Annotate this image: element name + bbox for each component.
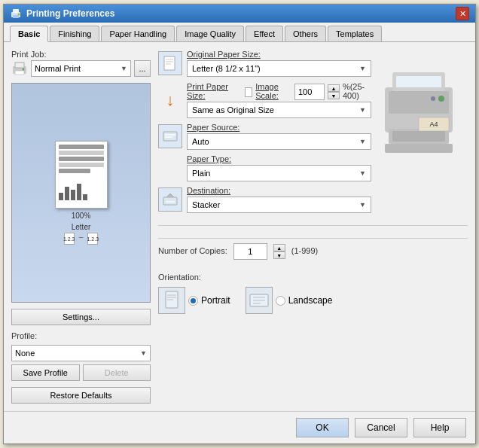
image-scale-input[interactable] — [294, 84, 325, 100]
portrait-radio[interactable] — [188, 296, 198, 306]
landscape-svg — [249, 290, 270, 311]
preview-pagination: 1.2.3 – 1.2.3 — [64, 233, 99, 245]
paper-type-row: Paper Type: Plain ▼ — [158, 154, 371, 181]
printing-preferences-window: Printing Preferences ✕ Basic Finishing P… — [3, 4, 476, 444]
svg-point-7 — [23, 69, 25, 71]
ok-button[interactable]: OK — [296, 418, 349, 437]
print-paper-select[interactable]: Same as Original Size ▼ — [187, 102, 371, 118]
landscape-option[interactable]: Landscape — [246, 287, 333, 314]
settings-button[interactable]: Settings... — [11, 309, 151, 325]
original-paper-select[interactable]: Letter (8 1/2 x 11") ▼ — [187, 60, 371, 77]
title-bar: Printing Preferences ✕ — [4, 5, 475, 23]
pag-label-1: 1.2.3 — [63, 236, 75, 242]
paper-source-select[interactable]: Auto ▼ — [187, 133, 371, 150]
destination-icon — [158, 187, 182, 212]
paper-source-value: Auto — [192, 137, 209, 146]
close-button[interactable]: ✕ — [456, 7, 469, 20]
tab-paper-handling[interactable]: Paper Handling — [101, 26, 175, 41]
image-scale-range: %(25-400) — [343, 82, 371, 100]
profile-select[interactable]: None ▼ — [11, 345, 151, 361]
print-job-select[interactable]: Normal Print ▼ — [31, 60, 131, 77]
preview-box: 100% Letter 1.2.3 – 1.2.3 — [11, 83, 151, 303]
paper-type-select[interactable]: Plain ▼ — [187, 165, 371, 181]
portrait-option[interactable]: Portrait — [158, 287, 230, 314]
pag-icon-1: 1.2.3 — [64, 233, 75, 245]
destination-label: Destination: — [187, 186, 371, 195]
tab-templates[interactable]: Templates — [328, 26, 382, 41]
restore-defaults-button[interactable]: Restore Defaults — [11, 387, 151, 404]
landscape-label: Landscape — [288, 295, 333, 306]
landscape-radio[interactable] — [276, 296, 285, 306]
tab-others[interactable]: Others — [285, 26, 326, 41]
preview-line-2 — [59, 151, 104, 155]
orientation-row: Portrait Landsca — [158, 287, 468, 314]
bottom-bar: OK Cancel Help — [4, 411, 475, 443]
destination-value: Stacker — [192, 200, 220, 209]
bar-2 — [65, 187, 69, 200]
cancel-button[interactable]: Cancel — [355, 418, 407, 437]
printer-image-svg: A4 — [377, 50, 464, 155]
print-paper-label: Print Paper Size: — [187, 82, 239, 100]
svg-rect-1 — [13, 9, 19, 13]
copies-range: (1-999) — [291, 246, 318, 255]
svg-rect-20 — [396, 76, 441, 87]
svg-text:A4: A4 — [429, 120, 438, 128]
left-panel: Print Job: Normal Print ▼ ... — [11, 50, 151, 404]
copies-up-btn[interactable]: ▲ — [273, 244, 285, 251]
copies-row: Number of Copies: ▲ ▼ (1-999) — [158, 238, 468, 260]
destination-select[interactable]: Stacker ▼ — [187, 197, 371, 213]
svg-rect-27 — [385, 144, 453, 153]
svg-rect-8 — [164, 56, 175, 70]
help-button[interactable]: Help — [413, 418, 466, 437]
print-job-row: Normal Print ▼ ... — [11, 60, 151, 77]
svg-rect-13 — [165, 134, 175, 136]
svg-rect-18 — [389, 91, 449, 114]
image-scale-box: Image Scale: ▲ ▼ %(25-400) — [245, 82, 371, 102]
copies-down-btn[interactable]: ▼ — [273, 251, 285, 259]
preview-line-1 — [59, 145, 104, 149]
tab-effect[interactable]: Effect — [246, 26, 283, 41]
paper-source-arrow: ▼ — [359, 138, 366, 145]
destination-arrow: ▼ — [359, 201, 366, 209]
preview-paper — [55, 141, 108, 209]
scale-up-btn[interactable]: ▲ — [328, 84, 340, 92]
paper-size-svg — [162, 55, 178, 72]
print-job-section: Print Job: Normal Print ▼ ... — [11, 50, 151, 77]
tab-bar: Basic Finishing Paper Handling Image Qua… — [4, 23, 475, 42]
copies-spinner: ▲ ▼ — [273, 244, 285, 259]
image-scale-label: Image Scale: — [255, 82, 291, 100]
profile-value: None — [15, 349, 35, 358]
svg-rect-16 — [166, 201, 175, 203]
svg-point-3 — [18, 14, 20, 16]
scale-down-btn[interactable]: ▼ — [328, 92, 340, 99]
bar-5 — [83, 194, 87, 200]
right-main: Original Paper Size: Letter (8 1/2 x 11"… — [158, 50, 468, 218]
paper-type-arrow: ▼ — [359, 169, 366, 177]
svg-rect-14 — [165, 136, 172, 138]
image-scale-checkbox[interactable] — [245, 87, 252, 97]
original-paper-icon — [158, 51, 182, 75]
tab-basic[interactable]: Basic — [10, 26, 48, 42]
svg-point-26 — [431, 96, 435, 101]
svg-rect-2 — [13, 15, 19, 18]
save-profile-button[interactable]: Save Profile — [11, 364, 80, 381]
paper-type-label: Paper Type: — [187, 154, 371, 163]
original-paper-label: Original Paper Size: — [187, 50, 371, 59]
printer-title-icon — [10, 8, 22, 20]
tab-image-quality[interactable]: Image Quality — [176, 26, 244, 41]
print-job-label: Print Job: — [11, 50, 151, 59]
copies-input[interactable] — [233, 243, 267, 260]
delete-profile-button[interactable]: Delete — [83, 364, 151, 381]
tab-finishing[interactable]: Finishing — [50, 26, 99, 41]
destination-row: Destination: Stacker ▼ — [158, 186, 371, 213]
print-paper-arrow: ▼ — [359, 106, 366, 114]
orientation-section: Orientation: — [158, 272, 468, 314]
preview-line-3 — [59, 157, 104, 161]
divider — [158, 225, 468, 226]
print-job-more-btn[interactable]: ... — [134, 60, 151, 77]
paper-source-row: Paper Source: Auto ▼ — [158, 123, 371, 150]
orange-down-arrow: ↓ — [166, 90, 175, 110]
preview-percent: 100% — [72, 212, 91, 220]
destination-svg — [162, 191, 178, 208]
orientation-label: Orientation: — [158, 273, 201, 282]
